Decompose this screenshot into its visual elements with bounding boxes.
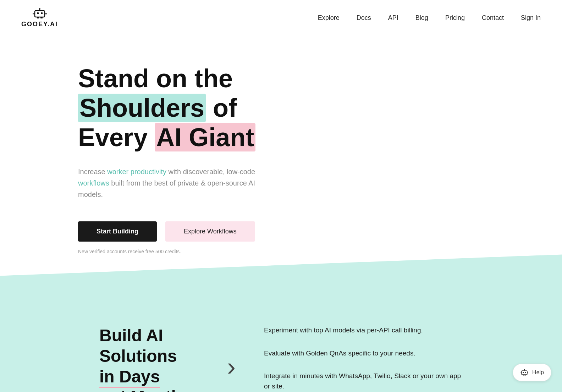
logo[interactable]: GOOEY.AI — [21, 8, 58, 28]
explore-workflows-button[interactable]: Explore Workflows — [165, 221, 255, 242]
feature-item-2: Integrate in minutes with WhatsApp, Twil… — [264, 371, 463, 391]
hero-title-part1: Stand on the — [78, 64, 233, 93]
nav-contact[interactable]: Contact — [482, 14, 504, 22]
hero-title-part2: of — [206, 94, 237, 122]
start-building-button[interactable]: Start Building — [78, 221, 157, 242]
features-heading-line2: in Days — [99, 366, 213, 387]
features-heading-line3: not Months — [99, 387, 213, 392]
nav-pricing[interactable]: Pricing — [445, 14, 465, 22]
svg-rect-9 — [522, 371, 527, 375]
nav-blog[interactable]: Blog — [415, 14, 428, 22]
features-heading: Build AI Solutions in Days not Months — [99, 325, 213, 392]
features-section: Build AI Solutions in Days not Months › … — [0, 290, 562, 392]
hero-title: Stand on the Shoulders of Every AI Giant — [78, 64, 326, 152]
feature-item-1: Evaluate with Golden QnAs specific to yo… — [264, 348, 463, 359]
hero-title-part3: Every — [78, 123, 155, 151]
svg-rect-1 — [37, 12, 39, 14]
hero-section: Stand on the Shoulders of Every AI Giant… — [0, 35, 562, 254]
header: GOOEY.AI Explore Docs API Blog Pricing C… — [0, 0, 562, 35]
nav-docs[interactable]: Docs — [357, 14, 371, 22]
features-heading-line1: Build AI Solutions — [99, 325, 213, 366]
free-credits-note: New verified accounts receive free 500 c… — [78, 249, 541, 254]
svg-rect-2 — [41, 12, 43, 14]
svg-rect-10 — [523, 372, 524, 373]
hero-title-highlight2: AI Giant — [155, 123, 255, 151]
main-nav: Explore Docs API Blog Pricing Contact Si… — [318, 14, 541, 22]
svg-rect-7 — [37, 17, 39, 18]
chevron-right-icon: › — [227, 354, 236, 379]
features-left: Build AI Solutions in Days not Months › — [99, 311, 236, 392]
subtitle-highlight: worker productivity — [107, 168, 166, 176]
subtitle-highlight2: workflows — [78, 179, 109, 187]
svg-point-13 — [524, 369, 525, 370]
svg-rect-16 — [523, 375, 524, 376]
nav-explore[interactable]: Explore — [318, 14, 340, 22]
svg-rect-17 — [525, 375, 526, 376]
hero-subtitle: Increase worker productivity with discov… — [78, 166, 277, 200]
svg-rect-0 — [35, 11, 45, 17]
nav-api[interactable]: API — [388, 14, 398, 22]
section-divider — [0, 254, 562, 290]
logo-text: GOOEY.AI — [21, 21, 58, 28]
subtitle-part1: Increase — [78, 168, 107, 176]
feature-item-0: Experiment with top AI models via per-AP… — [264, 325, 463, 336]
nav-sign-in[interactable]: Sign In — [521, 14, 541, 22]
help-label: Help — [532, 369, 544, 376]
help-robot-icon — [520, 368, 529, 377]
hero-buttons: Start Building Explore Workflows — [78, 221, 541, 242]
hero-title-highlight1: Shoulders — [78, 94, 206, 122]
svg-rect-11 — [525, 372, 526, 373]
logo-icon — [31, 8, 48, 19]
svg-point-4 — [39, 8, 40, 10]
subtitle-part2: with discoverable, low-code — [166, 168, 255, 176]
features-list: Experiment with top AI models via per-AP… — [264, 311, 463, 392]
svg-rect-8 — [40, 17, 43, 18]
help-button[interactable]: Help — [513, 364, 551, 381]
